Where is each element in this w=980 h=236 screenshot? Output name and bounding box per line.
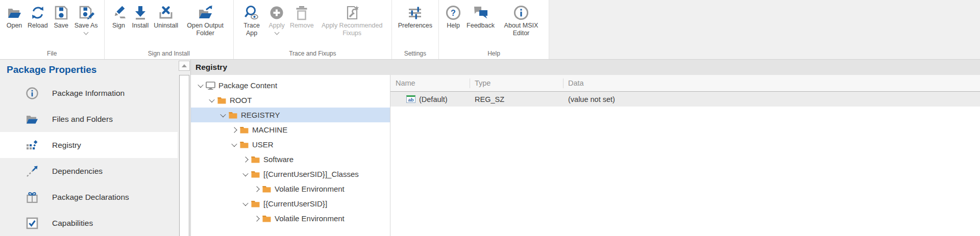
uninstall-icon xyxy=(158,4,174,22)
ribbon-toolbar: Open Reload Save Save As xyxy=(0,0,980,60)
chevron-right-icon[interactable] xyxy=(252,185,261,193)
remove-button[interactable]: Remove xyxy=(287,3,316,30)
folder-icon xyxy=(238,125,250,135)
remove-button-label: Remove xyxy=(290,22,314,30)
install-button[interactable]: Install xyxy=(130,3,152,30)
apply-recommended-fixups-button[interactable]: Apply Recommended Fixups xyxy=(316,3,388,37)
tree-node-currentusersid-classes[interactable]: [{CurrentUserSID}]_Classes xyxy=(191,167,390,181)
help-question-icon: ? xyxy=(445,4,461,22)
ribbon-group-help: ? Help Feedback About MSIX Editor Help xyxy=(439,0,549,59)
tree-node-user[interactable]: USER xyxy=(191,137,390,152)
about-msix-editor-button-label: About MSIX Editor xyxy=(500,22,543,37)
ribbon-group-sign-and-install-label: Sign and Install xyxy=(105,48,234,59)
apply-button-label: Apply xyxy=(268,22,284,30)
tree-node-label: Volatile Environment xyxy=(275,214,345,223)
registry-panel: Registry Package ContentROOTREGISTRYMACH… xyxy=(191,60,980,236)
reload-button[interactable]: Reload xyxy=(25,3,51,30)
table-body: ab(Default)REG_SZ(value not set) xyxy=(390,92,980,107)
save-as-button-label: Save As xyxy=(75,22,98,30)
checkbox-icon xyxy=(26,217,39,230)
uninstall-button[interactable]: Uninstall xyxy=(151,3,181,30)
remove-trash-icon xyxy=(293,4,310,22)
column-header-name[interactable]: Name xyxy=(390,75,470,91)
about-msix-editor-button[interactable]: About MSIX Editor xyxy=(497,3,545,37)
tree-node-label: Software xyxy=(263,155,293,164)
computer-icon xyxy=(205,81,216,90)
preferences-button[interactable]: Preferences xyxy=(396,3,435,30)
tree-node-currentusersid[interactable]: [{CurrentUserSID}] xyxy=(191,196,390,211)
ribbon-empty-area xyxy=(549,0,980,59)
chevron-down-icon[interactable] xyxy=(196,82,205,90)
table-header: Name Type Data xyxy=(390,75,980,92)
folder-icon xyxy=(261,185,272,194)
sidebar-item-label: Registry xyxy=(52,141,81,150)
folder-icon xyxy=(238,140,250,149)
save-as-dropdown-chevron-icon[interactable] xyxy=(84,30,89,35)
open-button-label: Open xyxy=(7,22,22,30)
chevron-down-icon[interactable] xyxy=(207,96,216,104)
sidebar-item-dependencies[interactable]: Dependencies xyxy=(0,158,178,184)
ribbon-group-file-label: File xyxy=(0,48,104,59)
save-as-button[interactable]: Save As xyxy=(72,3,101,34)
scroll-up-button[interactable] xyxy=(179,61,190,71)
tree-node-label: [{CurrentUserSID}] xyxy=(263,199,327,208)
sidebar-item-label: Package Information xyxy=(52,89,125,98)
install-arrow-icon xyxy=(132,4,149,22)
sidebar-item-package-declarations[interactable]: Package Declarations xyxy=(0,184,178,210)
ribbon-group-file: Open Reload Save Save As xyxy=(0,0,104,59)
tree-node-root[interactable]: ROOT xyxy=(191,93,390,108)
sidebar-item-label: Capabilities xyxy=(52,219,93,228)
chevron-down-icon[interactable] xyxy=(218,111,227,119)
scrollbar-thumb[interactable] xyxy=(179,75,189,236)
files-folders-icon xyxy=(26,113,39,126)
trace-app-magnifier-icon xyxy=(243,4,260,22)
ribbon-group-settings-label: Settings xyxy=(392,48,438,59)
tree-node-software[interactable]: Software xyxy=(191,152,390,167)
column-header-type[interactable]: Type xyxy=(470,75,563,91)
package-properties-sidebar: Package Properties Package Information F… xyxy=(0,60,178,236)
tree-node-package-content[interactable]: Package Content xyxy=(191,78,390,93)
table-row-default[interactable]: ab(Default)REG_SZ(value not set) xyxy=(390,92,980,107)
registry-values-table: Name Type Data ab(Default)REG_SZ(value n… xyxy=(390,75,980,236)
preferences-sliders-icon xyxy=(407,4,423,22)
preferences-button-label: Preferences xyxy=(398,22,432,30)
sidebar-item-label: Package Declarations xyxy=(52,193,129,202)
tree-node-volatile-environment[interactable]: Volatile Environment xyxy=(191,211,390,226)
open-output-folder-button[interactable]: Open Output Folder xyxy=(181,3,230,37)
open-output-folder-button-label: Open Output Folder xyxy=(183,22,227,37)
sidebar-item-registry[interactable]: Registry xyxy=(0,132,178,158)
sidebar-item-package-information[interactable]: Package Information xyxy=(0,80,178,106)
sidebar-title: Package Properties xyxy=(0,60,178,80)
trace-app-button[interactable]: Trace App xyxy=(237,3,266,37)
reload-button-label: Reload xyxy=(28,22,48,30)
column-header-data[interactable]: Data xyxy=(563,75,980,91)
sidebar-scrollbar[interactable] xyxy=(178,60,191,236)
chevron-down-icon[interactable] xyxy=(241,170,250,178)
feedback-button[interactable]: Feedback xyxy=(464,3,497,30)
chevron-down-icon[interactable] xyxy=(241,200,250,208)
cell-data: (value not set) xyxy=(563,95,980,103)
chevron-down-icon[interactable] xyxy=(230,141,238,149)
tree-node-volatile-environment[interactable]: Volatile Environment xyxy=(191,181,390,196)
apply-button[interactable]: Apply xyxy=(266,3,287,34)
apply-dropdown-chevron-icon[interactable] xyxy=(274,30,279,35)
folder-icon xyxy=(227,111,238,120)
sidebar-item-capabilities[interactable]: Capabilities xyxy=(0,210,178,236)
about-info-icon xyxy=(513,4,529,22)
help-button-label: Help xyxy=(447,22,460,30)
chevron-right-icon[interactable] xyxy=(241,155,250,164)
save-button[interactable]: Save xyxy=(51,3,72,30)
sign-button[interactable]: Sign xyxy=(108,3,130,30)
tree-node-machine[interactable]: MACHINE xyxy=(191,122,390,137)
chevron-right-icon[interactable] xyxy=(230,126,238,134)
cell-name: ab(Default) xyxy=(390,95,470,103)
tree-node-registry[interactable]: REGISTRY xyxy=(191,108,390,122)
folder-icon xyxy=(250,155,261,164)
open-button[interactable]: Open xyxy=(4,3,25,30)
save-button-label: Save xyxy=(54,22,68,30)
reload-icon xyxy=(30,4,46,22)
sidebar-item-files-and-folders[interactable]: Files and Folders xyxy=(0,106,178,132)
install-button-label: Install xyxy=(132,22,149,30)
help-button[interactable]: ? Help xyxy=(443,3,464,30)
chevron-right-icon[interactable] xyxy=(252,215,261,223)
